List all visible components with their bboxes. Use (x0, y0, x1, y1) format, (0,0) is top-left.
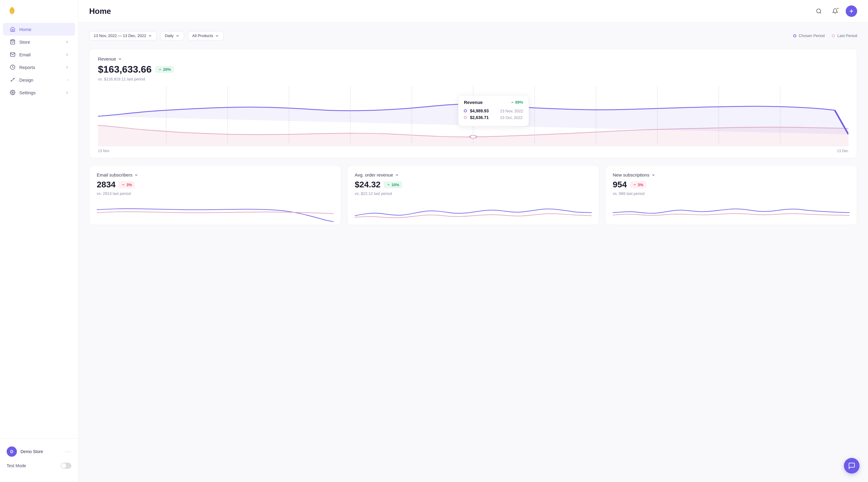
new-subscriptions-chart (613, 201, 849, 225)
store-name: Demo Store (21, 449, 43, 454)
sidebar-item-store[interactable]: Store ∨ (3, 36, 75, 48)
tooltip-row-1: $4,989.93 23 Nov, 2022 (464, 108, 523, 113)
svg-point-4 (12, 92, 13, 93)
sidebar-bottom: D Demo Store ··· Test Mode (0, 438, 78, 477)
chevron-down-icon: ∨ (66, 53, 68, 57)
chart-date-labels: 13 Nov 13 Dec (98, 147, 848, 158)
sidebar: Home Store ∨ Email ∨ (0, 0, 79, 482)
chevron-down-icon (651, 173, 655, 177)
chevron-right-icon: › (67, 78, 68, 82)
product-filter[interactable]: All Products (188, 31, 224, 40)
main-area: Home (79, 0, 868, 482)
content: 13 Nov, 2022 — 13 Dec, 2022 Daily All Pr… (79, 23, 868, 482)
new-subscriptions-card: New subscriptions 954 3% vs. 988 last pe… (605, 165, 857, 225)
svg-point-5 (817, 9, 821, 13)
store-icon (10, 39, 16, 45)
legend-chosen-dot (793, 34, 796, 37)
email-subscribers-value: 2834 3% (97, 180, 334, 190)
chart-tooltip: Revenue 89% $4,989.93 23 Nov, 2022 (458, 95, 529, 126)
chevron-down-icon: ∨ (66, 65, 68, 69)
legend-last-period: Last Period (832, 33, 857, 38)
sidebar-item-email[interactable]: Email ∨ (3, 48, 75, 61)
legend-last-dot (832, 34, 835, 37)
legend-chosen-period: Chosen Period (793, 33, 825, 38)
store-menu-icon[interactable]: ··· (65, 449, 71, 455)
legend-chosen-label: Chosen Period (799, 33, 825, 38)
tooltip-row-2: $2,636.71 23 Oct, 2022 (464, 115, 523, 120)
new-subscriptions-sub: vs. 988 last period (613, 191, 849, 196)
revenue-sub: vs. $126,919.11 last period (98, 77, 848, 81)
test-mode-toggle[interactable] (61, 463, 71, 469)
test-mode-row: Test Mode (3, 460, 75, 472)
chevron-down-icon (395, 173, 399, 177)
legend: Chosen Period Last Period (793, 33, 857, 38)
sidebar-item-settings[interactable]: Settings ∨ (3, 86, 75, 99)
store-item[interactable]: D Demo Store ··· (3, 444, 75, 460)
frequency-label: Daily (165, 33, 174, 38)
tooltip-dot-last (464, 116, 467, 119)
logo-icon (7, 5, 18, 16)
tooltip-date-2: 23 Oct, 2022 (500, 116, 522, 120)
sidebar-item-label: Home (19, 27, 31, 32)
tooltip-title: Revenue (464, 100, 483, 105)
revenue-label[interactable]: Revenue (98, 56, 848, 61)
svg-line-2 (11, 78, 14, 82)
frequency-filter[interactable]: Daily (160, 31, 184, 40)
tooltip-dot-chosen (464, 109, 467, 113)
avg-order-revenue-value: $24.32 10% (355, 180, 592, 190)
date-range-filter[interactable]: 13 Nov, 2022 — 13 Dec, 2022 (89, 31, 157, 40)
sidebar-item-label: Reports (19, 65, 35, 70)
email-subscribers-card: Email subscribers 2834 3% vs. 2913 last … (89, 165, 341, 225)
new-subscriptions-value: 954 3% (613, 180, 849, 190)
chart-start-label: 13 Nov (98, 149, 110, 153)
sidebar-item-design[interactable]: Design › (3, 73, 75, 86)
sidebar-item-label: Store (19, 39, 30, 44)
home-icon (10, 26, 16, 32)
avg-order-revenue-label[interactable]: Avg. order revenue (355, 172, 592, 178)
sidebar-item-reports[interactable]: Reports ∨ (3, 61, 75, 73)
new-subscriptions-label[interactable]: New subscriptions (613, 172, 849, 178)
legend-last-label: Last Period (837, 33, 857, 38)
tooltip-date-1: 23 Nov, 2022 (500, 109, 523, 113)
date-range-label: 13 Nov, 2022 — 13 Dec, 2022 (94, 33, 146, 38)
email-icon (10, 52, 16, 58)
chat-button[interactable] (844, 458, 860, 474)
chart-end-label: 13 Dec (837, 149, 848, 153)
product-filter-label: All Products (192, 33, 213, 38)
toolbar: 13 Nov, 2022 — 13 Dec, 2022 Daily All Pr… (89, 31, 857, 40)
chevron-down-icon: ∨ (66, 40, 68, 44)
revenue-chevron-icon (118, 57, 122, 61)
email-subscribers-sub: vs. 2913 last period (97, 191, 334, 196)
revenue-chart: Revenue 89% $4,989.93 23 Nov, 2022 (98, 86, 848, 147)
svg-line-6 (820, 12, 821, 13)
tooltip-badge: 89% (510, 100, 523, 104)
sidebar-item-label: Settings (19, 90, 36, 95)
avg-order-revenue-badge: 10% (384, 181, 402, 188)
header: Home (79, 0, 868, 23)
reports-icon (10, 64, 16, 70)
revenue-badge: 29% (155, 66, 174, 73)
svg-point-21 (470, 135, 477, 138)
search-button[interactable] (813, 5, 825, 17)
sidebar-item-label: Email (19, 52, 31, 57)
sidebar-item-label: Design (19, 77, 33, 83)
chevron-down-icon: ∨ (66, 90, 68, 95)
chevron-down-icon (134, 173, 138, 177)
avg-order-revenue-sub: vs. $22.12 last period (355, 191, 592, 196)
add-button[interactable] (846, 5, 857, 17)
header-actions (813, 5, 857, 17)
page-title: Home (89, 7, 111, 16)
mini-cards-row: Email subscribers 2834 3% vs. 2913 last … (89, 165, 857, 225)
sidebar-item-home[interactable]: Home (3, 23, 75, 36)
revenue-value: $163,633.66 29% (98, 64, 848, 75)
email-subscribers-label[interactable]: Email subscribers (97, 172, 334, 178)
revenue-card: Revenue $163,633.66 29% vs. $126,919.11 … (89, 49, 857, 158)
email-subscribers-chart (97, 201, 334, 225)
avatar: D (7, 446, 17, 457)
notifications-button[interactable] (830, 5, 841, 17)
avg-order-revenue-card: Avg. order revenue $24.32 10% vs. $22.12… (347, 165, 599, 225)
tooltip-val-1: $4,989.93 (470, 108, 497, 113)
tooltip-val-2: $2,636.71 (470, 115, 497, 120)
test-mode-label: Test Mode (7, 463, 26, 468)
new-subscriptions-badge: 3% (630, 181, 647, 188)
